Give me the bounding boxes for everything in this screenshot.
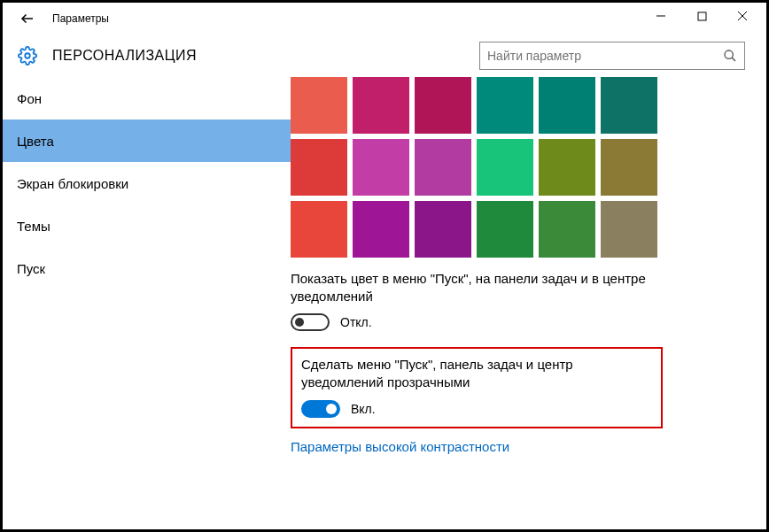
color-swatches [291,77,663,258]
show-color-toggle-row: Откл. [291,313,745,331]
search-input[interactable] [487,49,718,63]
transparency-toggle[interactable] [301,400,340,418]
sidebar: Фон Цвета Экран блокировки Темы Пуск [3,77,291,532]
sidebar-item-label: Пуск [17,261,45,276]
sidebar-item-start[interactable]: Пуск [3,247,291,289]
search-box[interactable] [479,42,745,70]
transparency-state: Вкл. [351,402,376,416]
show-color-toggle[interactable] [291,313,330,331]
close-icon [737,11,748,21]
settings-window: Параметры ПЕРСОНАЛИЗАЦИЯ Фо [0,0,769,532]
back-button[interactable] [17,8,38,29]
minimize-icon [656,11,666,21]
caption-buttons [641,3,763,29]
color-swatch[interactable] [291,77,347,134]
color-swatch[interactable] [353,201,409,258]
transparency-highlight: Сделать меню "Пуск", панель задач и цент… [291,347,663,429]
color-swatch[interactable] [415,201,471,258]
show-color-state: Откл. [340,315,372,329]
color-swatch[interactable] [539,201,595,258]
sidebar-item-colors[interactable]: Цвета [3,120,291,162]
toggle-knob [326,404,337,414]
sidebar-item-label: Цвета [17,134,54,149]
maximize-button[interactable] [681,3,722,29]
color-swatch[interactable] [477,139,533,196]
color-swatch[interactable] [601,201,657,258]
color-swatch[interactable] [539,139,595,196]
color-swatch[interactable] [477,201,533,258]
sidebar-item-label: Экран блокировки [17,176,128,191]
page-title: ПЕРСОНАЛИЗАЦИЯ [52,48,197,64]
sidebar-item-label: Фон [17,91,42,106]
window-title: Параметры [52,12,109,25]
minimize-button[interactable] [641,3,681,29]
high-contrast-link[interactable]: Параметры высокой контрастности [291,439,745,454]
color-swatch[interactable] [291,139,347,196]
body: Фон Цвета Экран блокировки Темы Пуск [3,77,766,532]
sidebar-item-label: Темы [17,219,50,234]
color-swatch[interactable] [415,139,471,196]
toggle-knob [295,318,304,327]
color-swatch[interactable] [291,201,347,258]
transparency-toggle-row: Вкл. [301,400,652,418]
sidebar-item-lockscreen[interactable]: Экран блокировки [3,162,291,204]
color-swatch[interactable] [415,77,471,134]
gear-icon [17,45,38,66]
color-swatch[interactable] [353,139,409,196]
color-swatch[interactable] [477,77,533,134]
color-swatch[interactable] [353,77,409,134]
header: ПЕРСОНАЛИЗАЦИЯ [3,35,766,77]
show-color-label: Показать цвет в меню "Пуск", на панели з… [291,270,663,306]
close-button[interactable] [722,3,763,29]
content: Показать цвет в меню "Пуск", на панели з… [291,77,766,532]
header-left: ПЕРСОНАЛИЗАЦИЯ [17,45,197,66]
sidebar-item-background[interactable]: Фон [3,77,291,120]
svg-rect-2 [698,12,706,20]
svg-point-6 [725,50,733,58]
titlebar: Параметры [3,3,766,35]
search-icon [723,49,737,63]
color-swatch[interactable] [601,139,657,196]
color-swatch[interactable] [601,77,657,134]
svg-line-7 [732,58,735,61]
svg-point-5 [25,53,30,58]
sidebar-item-themes[interactable]: Темы [3,204,291,247]
maximize-icon [697,12,707,21]
color-swatch[interactable] [539,77,595,134]
back-arrow-icon [19,11,35,27]
transparency-label: Сделать меню "Пуск", панель задач и цент… [301,356,652,392]
